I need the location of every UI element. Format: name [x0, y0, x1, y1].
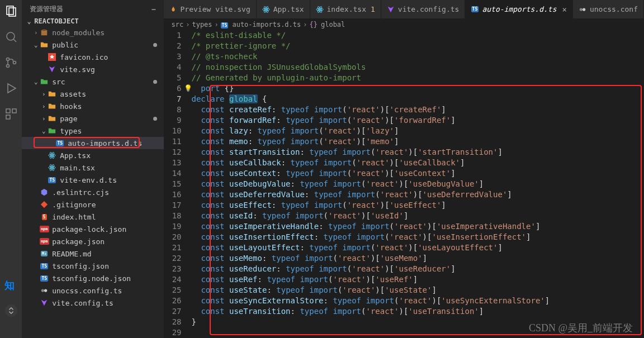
sidebar-title: 资源管理器	[30, 4, 151, 14]
tree-item-hooks[interactable]: ›hooks	[22, 100, 163, 112]
tree-item-src[interactable]: ⌄src	[22, 75, 163, 88]
tree-item-types[interactable]: ⌄types	[22, 125, 163, 137]
tab-Preview-vite-svg[interactable]: Preview vite.svg	[164, 0, 257, 18]
tab-App-tsx[interactable]: App.tsx	[257, 0, 310, 18]
react-icon	[316, 6, 324, 13]
vite-icon	[387, 6, 395, 13]
code-line: const useDebugValue: typeof import('reac…	[192, 179, 644, 189]
tree-item-label: assets	[60, 90, 86, 98]
tree-item-vite-config-ts[interactable]: vite.config.ts	[22, 297, 163, 309]
tree-item-tsconfig-node-json[interactable]: TStsconfig.node.json	[22, 272, 163, 284]
explorer-icon[interactable]	[4, 4, 18, 18]
ts-icon: TS	[48, 175, 56, 184]
close-icon[interactable]: ×	[562, 5, 566, 14]
tab-index-tsx[interactable]: index.tsx1	[310, 0, 381, 18]
tree-item-tsconfig-json[interactable]: TStsconfig.json	[22, 260, 163, 272]
svg-point-16	[51, 155, 53, 156]
tab-bar: Preview vite.svgApp.tsxindex.tsx1vite.co…	[164, 0, 644, 18]
tree-item-auto-imports-d-ts[interactable]: TSauto-imports.d.ts	[22, 137, 163, 149]
tree-item-favicon-ico[interactable]: favicon.ico	[22, 51, 163, 63]
breadcrumb-segment[interactable]: global	[321, 21, 345, 28]
tree-item-label: index.html	[52, 213, 96, 221]
tree-item--eslintrc-cjs[interactable]: .eslintrc.cjs	[22, 186, 163, 198]
lightbulb-icon[interactable]: 💡	[184, 83, 192, 91]
uno-icon	[579, 6, 586, 13]
tab-vite-config-ts[interactable]: vite.config.ts	[381, 0, 466, 18]
modified-badge: 1	[371, 5, 375, 13]
breadcrumb-segment[interactable]: types	[192, 21, 212, 28]
code-line: declare global {	[192, 94, 644, 104]
tree-item-README-md[interactable]: M↓README.md	[22, 247, 163, 260]
tree-item-label: .gitignore	[52, 201, 96, 209]
svg-point-22	[44, 289, 47, 292]
npm-icon: npm	[40, 225, 49, 234]
code-line: const forwardRef: typeof import('react')…	[192, 115, 644, 126]
tab-label: App.tsx	[273, 5, 304, 13]
fav-icon	[48, 53, 56, 61]
react-icon	[48, 151, 56, 160]
tab-label: vite.config.ts	[398, 5, 460, 13]
code-line: const lazy: typeof import('react')['lazy…	[192, 126, 644, 136]
tree-item-label: tsconfig.json	[52, 262, 109, 270]
html-icon: 5	[40, 212, 49, 221]
tree-item--gitignore[interactable]: .gitignore	[22, 198, 163, 211]
tree-item-page[interactable]: ›page	[22, 112, 163, 125]
tree-item-package-json[interactable]: npmpackage.json	[22, 235, 163, 247]
tree-item-label: tsconfig.node.json	[52, 274, 131, 283]
svg-rect-9	[12, 109, 16, 113]
uno-icon	[40, 286, 49, 295]
pkg-icon	[40, 28, 49, 37]
line-gutter: 1234567891011121314151617181920212223242…	[164, 30, 192, 338]
md-icon: M↓	[40, 249, 49, 258]
tree-item-label: vite.config.ts	[52, 299, 113, 307]
svg-point-31	[580, 8, 583, 11]
tree-item-index-html[interactable]: 5index.html	[22, 211, 163, 223]
project-name: REACTOBJECT	[34, 17, 78, 25]
tree-item-vite-svg[interactable]: vite.svg	[22, 63, 163, 75]
tree-item-assets[interactable]: ›assets	[22, 88, 163, 100]
run-debug-icon[interactable]	[4, 82, 18, 95]
tree-item-label: src	[52, 78, 65, 86]
code-line: // @ts-nocheck	[192, 51, 644, 62]
source-control-icon[interactable]	[4, 56, 18, 69]
avatar-badge[interactable]	[5, 304, 17, 317]
react-icon	[48, 163, 56, 172]
tab-label: Preview vite.svg	[181, 5, 250, 13]
svg-point-21	[41, 289, 44, 292]
code-line: /* eslint-disable */	[192, 30, 644, 41]
breadcrumb[interactable]: src›types›TSauto-imports.d.ts›{}global	[164, 18, 644, 30]
search-icon[interactable]	[4, 30, 18, 44]
svg-point-2	[7, 32, 15, 40]
tree-item-unocss-config-ts[interactable]: unocss.config.ts	[22, 284, 163, 297]
code-line: const useSyncExternalStore: typeof impor…	[192, 296, 644, 306]
tree-item-public[interactable]: ⌄public	[22, 39, 163, 51]
flame-icon	[169, 6, 177, 13]
code-line: const useMemo: typeof import('react')['u…	[192, 253, 644, 264]
zhihu-icon[interactable]: 知	[4, 279, 18, 292]
tab-unocss-conf[interactable]: unocss.conf	[573, 0, 644, 18]
folder-icon	[48, 126, 56, 135]
tree-item-vite-env-d-ts[interactable]: TSvite-env.d.ts	[22, 174, 163, 186]
npm-icon: npm	[40, 237, 49, 246]
tree-item-label: vite-env.d.ts	[60, 176, 117, 184]
project-header[interactable]: ⌄ REACTOBJECT	[22, 16, 163, 26]
tab-label: index.tsx	[327, 5, 366, 13]
chevron-icon: ⌄	[40, 127, 48, 135]
tree-item-label: unocss.config.ts	[52, 287, 122, 295]
folder-icon	[48, 114, 56, 123]
tree-item-label: vite.svg	[60, 65, 95, 74]
tree-item-node_modules[interactable]: ›node_modules	[22, 26, 163, 39]
modified-dot	[153, 43, 157, 47]
tree-item-App-tsx[interactable]: App.tsx	[22, 149, 163, 161]
ts-icon: TS	[55, 139, 64, 147]
breadcrumb-segment[interactable]: src	[172, 21, 184, 28]
breadcrumb-segment[interactable]: auto-imports.d.ts	[232, 21, 301, 28]
more-icon[interactable]: ⋯	[151, 6, 155, 13]
code-editor[interactable]: 1234567891011121314151617181920212223242…	[164, 30, 644, 338]
tree-item-main-tsx[interactable]: main.tsx	[22, 161, 163, 174]
extensions-icon[interactable]	[4, 107, 18, 121]
tab-auto-imports-d-ts[interactable]: TSauto-imports.d.ts×	[465, 0, 573, 18]
tree-item-label: node_modules	[52, 28, 105, 37]
tree-item-package-lock-json[interactable]: npmpackage-lock.json	[22, 223, 163, 235]
sidebar-header: 资源管理器 ⋯	[22, 0, 163, 16]
